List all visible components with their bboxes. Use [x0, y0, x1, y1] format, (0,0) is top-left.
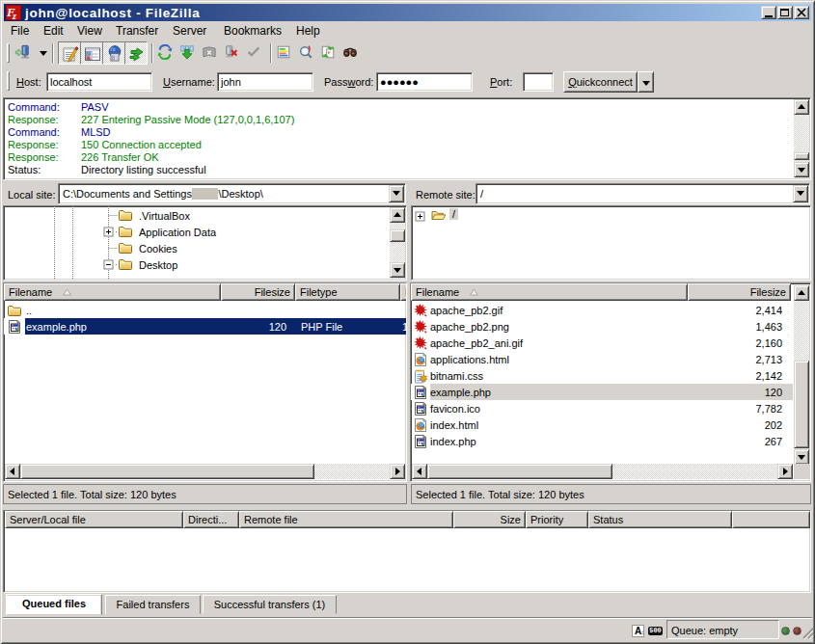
svg-text:z: z: [12, 11, 16, 21]
